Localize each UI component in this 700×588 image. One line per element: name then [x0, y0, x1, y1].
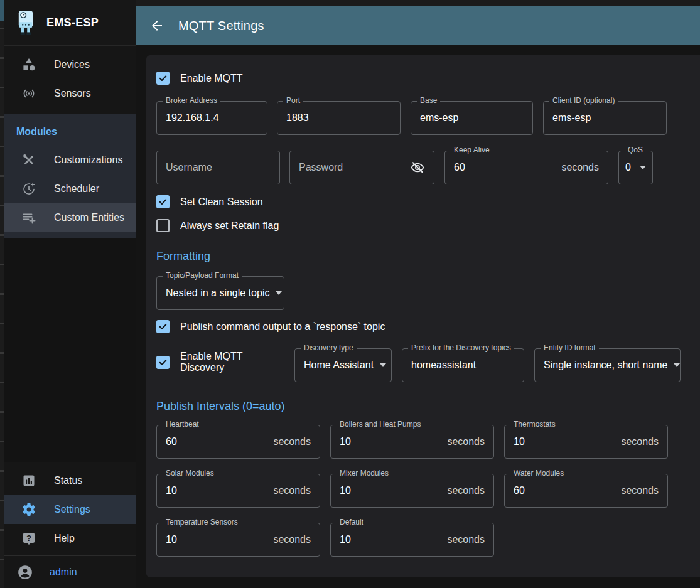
clean-session-checkbox[interactable] — [156, 195, 170, 208]
password-visibility-icon[interactable] — [410, 160, 425, 175]
sidebar: EMS-ESP Devices Sens — [4, 0, 136, 588]
heartbeat-interval-field[interactable]: Heartbeat 60 seconds — [156, 425, 320, 459]
temperature-label: Temperature Sensors — [163, 518, 241, 527]
discovery-prefix-field[interactable]: Prefix for the Discovery topics — [402, 348, 524, 382]
solar-interval-field[interactable]: Solar Modules 10 seconds — [156, 474, 320, 508]
discovery-type-select[interactable]: Discovery type Home Assistant — [294, 348, 392, 382]
water-unit: seconds — [621, 485, 659, 496]
discovery-prefix-input[interactable] — [411, 360, 515, 371]
username-input[interactable] — [166, 162, 271, 173]
solar-unit: seconds — [273, 485, 311, 496]
password-field[interactable] — [289, 151, 434, 184]
sidebar-item-label: Sensors — [54, 88, 91, 99]
port-field[interactable]: Port — [277, 101, 401, 135]
sidebar-item-label: Custom Entities — [54, 212, 124, 223]
page-title: MQTT Settings — [178, 19, 264, 33]
base-field[interactable]: Base — [411, 101, 533, 135]
boiler-logo-icon — [15, 9, 36, 36]
thermostats-interval-field[interactable]: Thermostats 10 seconds — [504, 425, 668, 459]
app-window: EMS-ESP Devices Sens — [0, 0, 700, 588]
username-field[interactable] — [156, 151, 280, 184]
thermostats-label: Thermostats — [510, 420, 559, 429]
base-input[interactable] — [420, 112, 524, 124]
boilers-value: 10 — [340, 436, 447, 447]
app-name: EMS-ESP — [46, 16, 99, 29]
heartbeat-unit: seconds — [273, 436, 311, 447]
main-area: Enable MQTT Broker Address Port Base — [136, 45, 700, 588]
thermostats-value: 10 — [514, 436, 621, 447]
discovery-prefix-label: Prefix for the Discovery topics — [408, 343, 514, 352]
retain-flag-checkbox[interactable] — [156, 219, 170, 232]
keep-alive-value: 60 — [454, 162, 561, 173]
temperature-value: 10 — [166, 534, 273, 545]
playlist-add-icon — [21, 210, 36, 225]
content-column: MQTT Settings Enable MQTT Broker Address — [136, 0, 700, 588]
enable-mqtt-row[interactable]: Enable MQTT — [156, 72, 677, 85]
sensors-icon — [21, 86, 36, 101]
discovery-type-value: Home Assistant — [304, 360, 374, 371]
sidebar-item-status[interactable]: Status — [4, 466, 136, 495]
default-interval-field[interactable]: Default 10 seconds — [330, 523, 494, 557]
temperature-interval-field[interactable]: Temperature Sensors 10 seconds — [156, 523, 320, 557]
client-id-input[interactable] — [552, 112, 657, 124]
sidebar-item-label: Customizations — [54, 154, 122, 166]
sidebar-item-settings[interactable]: Settings — [4, 495, 136, 524]
sidebar-item-devices[interactable]: Devices — [4, 50, 136, 79]
sidebar-modules-section: Modules Customizations — [4, 114, 136, 238]
publish-response-row[interactable]: Publish command output to a `response` t… — [156, 320, 677, 333]
temperature-unit: seconds — [273, 534, 311, 545]
sidebar-item-custom-entities[interactable]: Custom Entities — [4, 203, 136, 232]
category-icon — [21, 57, 36, 72]
qos-label: QoS — [625, 146, 646, 154]
broker-row: Broker Address Port Base Client ID (opti… — [156, 101, 677, 135]
mixer-unit: seconds — [447, 485, 485, 496]
broker-address-field[interactable]: Broker Address — [156, 101, 267, 135]
enable-discovery-checkbox[interactable] — [156, 356, 170, 369]
client-id-field[interactable]: Client ID (optional) — [543, 101, 667, 135]
intervals-grid: Heartbeat 60 seconds Boilers and Heat Pu… — [156, 425, 677, 557]
publish-response-checkbox[interactable] — [156, 320, 170, 333]
back-arrow-icon[interactable] — [149, 18, 164, 33]
base-label: Base — [417, 96, 440, 105]
thermostats-unit: seconds — [621, 436, 659, 447]
broker-address-input[interactable] — [166, 112, 258, 124]
water-interval-field[interactable]: Water Modules 60 seconds — [504, 474, 668, 508]
sidebar-item-sensors[interactable]: Sensors — [4, 79, 136, 108]
entity-format-label: Entity ID format — [541, 343, 599, 352]
topic-format-select[interactable]: Topic/Payload Format Nested in a single … — [156, 276, 284, 310]
client-id-label: Client ID (optional) — [549, 96, 618, 105]
default-value: 10 — [340, 534, 447, 545]
clean-session-row[interactable]: Set Clean Session — [156, 195, 677, 208]
account-circle-icon — [17, 564, 33, 580]
sidebar-user-admin[interactable]: admin — [4, 555, 136, 588]
enable-mqtt-label: Enable MQTT — [180, 73, 243, 84]
default-unit: seconds — [447, 534, 485, 545]
sidebar-item-customizations[interactable]: Customizations — [4, 146, 136, 174]
keep-alive-field[interactable]: Keep Alive 60 seconds — [444, 151, 608, 184]
retain-flag-row[interactable]: Always set Retain flag — [156, 219, 677, 232]
publish-intervals-header: Publish Intervals (0=auto) — [156, 400, 677, 413]
retain-flag-label: Always set Retain flag — [180, 220, 279, 232]
keep-alive-label: Keep Alive — [451, 146, 493, 154]
heartbeat-value: 60 — [166, 436, 273, 447]
mixer-label: Mixer Modules — [337, 469, 392, 478]
boilers-interval-field[interactable]: Boilers and Heat Pumps 10 seconds — [330, 425, 494, 459]
discovery-type-label: Discovery type — [301, 343, 357, 352]
mixer-interval-field[interactable]: Mixer Modules 10 seconds — [330, 474, 494, 508]
sidebar-item-help[interactable]: ? Help — [4, 524, 136, 553]
entity-format-select[interactable]: Entity ID format Single instance, short … — [534, 348, 681, 382]
sidebar-item-scheduler[interactable]: Scheduler — [4, 174, 136, 203]
enable-discovery-row[interactable]: Enable MQTT Discovery — [156, 351, 284, 373]
sidebar-item-label: Settings — [54, 504, 90, 515]
modules-section-header: Modules — [4, 114, 136, 146]
scrollbar-thumb — [0, 0, 4, 21]
port-input[interactable] — [286, 112, 391, 124]
discovery-fields: Discovery type Home Assistant Prefix for… — [294, 348, 681, 382]
enable-mqtt-checkbox[interactable] — [156, 72, 170, 85]
gear-icon — [21, 502, 36, 517]
qos-select[interactable]: QoS 0 — [618, 151, 653, 184]
sidebar-item-label: Devices — [54, 59, 90, 70]
password-input[interactable] — [299, 162, 410, 173]
left-scrollbar[interactable] — [0, 0, 4, 588]
water-value: 60 — [514, 485, 621, 496]
